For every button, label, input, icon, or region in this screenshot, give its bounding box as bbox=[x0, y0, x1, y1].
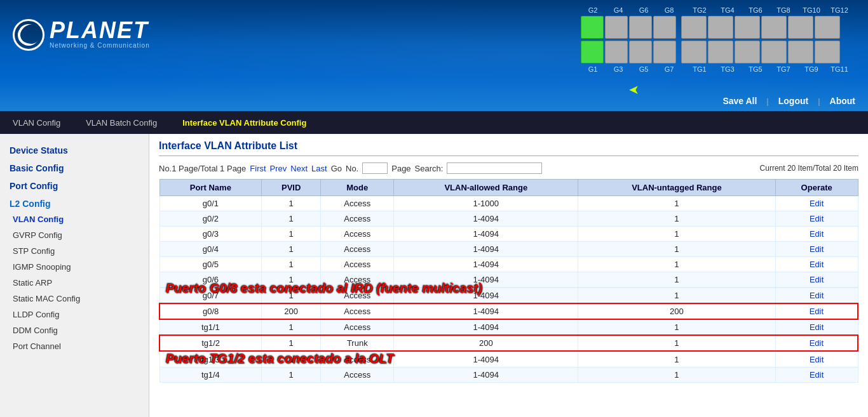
edit-link[interactable]: Edit bbox=[810, 244, 824, 254]
table-row: g0/21Access1-40941Edit bbox=[159, 211, 858, 227]
port-g4[interactable] bbox=[605, 16, 628, 39]
edit-link[interactable]: Edit bbox=[810, 322, 824, 332]
edit-link[interactable]: Edit bbox=[810, 229, 824, 239]
cell-port: g0/2 bbox=[159, 211, 262, 227]
edit-link[interactable]: Edit bbox=[810, 291, 824, 300]
cell-pvid: 1 bbox=[262, 367, 321, 383]
port-g2[interactable] bbox=[581, 16, 604, 39]
sidebar-item-igmp-snooping[interactable]: IGMP Snooping bbox=[0, 259, 149, 275]
sidebar-item-port-channel[interactable]: Port Channel bbox=[0, 338, 149, 354]
sidebar-item-basic-config[interactable]: Basic Config bbox=[0, 158, 149, 176]
port-g5[interactable] bbox=[629, 41, 652, 63]
search-input[interactable] bbox=[447, 162, 542, 174]
cell-port: tg1/2 bbox=[159, 335, 262, 351]
cell-operate: Edit bbox=[775, 211, 858, 227]
go-label: Go bbox=[331, 164, 342, 173]
last-page-link[interactable]: Last bbox=[311, 164, 327, 173]
sidebar-item-ddm-config[interactable]: DDM Config bbox=[0, 322, 149, 338]
nav-vlan-config[interactable]: VLAN Config bbox=[13, 113, 60, 133]
nav-bar: VLAN Config VLAN Batch Config Interface … bbox=[0, 111, 868, 134]
cell-vlan-allowed: 1-1000 bbox=[394, 196, 578, 211]
next-page-link[interactable]: Next bbox=[290, 164, 308, 173]
sidebar-item-vlan-config[interactable]: VLAN Config bbox=[0, 211, 149, 227]
cell-vlan-untagged: 1 bbox=[578, 319, 776, 335]
header: PLANET Networking & Communication G2 G4 … bbox=[0, 0, 868, 111]
cell-operate: Edit bbox=[775, 352, 858, 367]
edit-link[interactable]: Edit bbox=[810, 338, 824, 348]
page-number-input[interactable] bbox=[362, 162, 388, 174]
cell-operate: Edit bbox=[775, 319, 858, 335]
table-wrapper: Port Name PVID Mode VLAN-allowed Range V… bbox=[159, 179, 858, 383]
nav-vlan-batch-config[interactable]: VLAN Batch Config bbox=[86, 113, 157, 133]
cell-mode: Access bbox=[321, 367, 394, 383]
edit-link[interactable]: Edit bbox=[810, 355, 824, 364]
port-tg4[interactable] bbox=[708, 16, 733, 39]
first-page-link[interactable]: First bbox=[250, 164, 266, 173]
cell-mode: Access bbox=[321, 319, 394, 335]
port-g7[interactable] bbox=[653, 41, 676, 63]
port-tg12[interactable] bbox=[815, 16, 840, 39]
port-g1[interactable] bbox=[581, 41, 604, 63]
sidebar-item-port-config[interactable]: Port Config bbox=[0, 176, 149, 194]
port-labels-top: G2 G4 G6 G8 TG2 TG4 TG6 TG8 TG10 TG12 bbox=[581, 6, 855, 14]
port-g8[interactable] bbox=[653, 16, 676, 39]
table-row: tg1/41Access1-40941Edit bbox=[159, 367, 858, 383]
about-link[interactable]: About bbox=[830, 96, 855, 106]
port-tg11[interactable] bbox=[815, 41, 840, 63]
cell-port: g0/3 bbox=[159, 227, 262, 242]
port-tg10[interactable] bbox=[788, 16, 813, 39]
sidebar-item-lldp-config[interactable]: LLDP Config bbox=[0, 307, 149, 322]
sidebar-item-device-status[interactable]: Device Status bbox=[0, 140, 149, 158]
table-row: g0/8200Access1-4094200Edit bbox=[159, 303, 858, 319]
edit-link[interactable]: Edit bbox=[810, 199, 824, 208]
search-label: Search: bbox=[415, 164, 444, 173]
col-pvid: PVID bbox=[262, 180, 321, 196]
port-tg6[interactable] bbox=[735, 16, 760, 39]
edit-link[interactable]: Edit bbox=[810, 214, 824, 223]
edit-link[interactable]: Edit bbox=[810, 370, 824, 380]
cell-vlan-untagged: 1 bbox=[578, 196, 776, 211]
sidebar-item-gvrp-config[interactable]: GVRP Config bbox=[0, 227, 149, 243]
cell-mode: Access bbox=[321, 196, 394, 211]
cell-port: g0/5 bbox=[159, 257, 262, 272]
cell-mode: Trunk bbox=[321, 335, 394, 351]
sidebar-item-l2-config[interactable]: L2 Config bbox=[0, 194, 149, 211]
port-tg7[interactable] bbox=[761, 41, 787, 63]
port-g3[interactable] bbox=[605, 41, 628, 63]
ports-bottom-row bbox=[581, 41, 855, 63]
cell-port: g0/8 bbox=[159, 303, 262, 319]
nav-interface-vlan-attr[interactable]: Interface VLAN Attribute Config bbox=[182, 113, 306, 133]
logout-link[interactable]: Logout bbox=[778, 96, 808, 106]
cell-vlan-allowed: 1-4094 bbox=[394, 227, 578, 242]
port-g6[interactable] bbox=[629, 16, 652, 39]
port-tg1[interactable] bbox=[681, 41, 707, 63]
current-info: Current 20 Item/Total 20 Item bbox=[760, 164, 858, 173]
sidebar-item-stp-config[interactable]: STP Config bbox=[0, 243, 149, 259]
table-row: g0/61Access1-40941Edit bbox=[159, 272, 858, 288]
cell-mode: Access bbox=[321, 288, 394, 304]
port-tg2[interactable] bbox=[681, 16, 707, 39]
cell-port: g0/6 bbox=[159, 272, 262, 288]
prev-page-link[interactable]: Prev bbox=[270, 164, 287, 173]
edit-link[interactable]: Edit bbox=[810, 260, 824, 269]
port-tg3[interactable] bbox=[708, 41, 733, 63]
cell-port: g0/4 bbox=[159, 242, 262, 257]
cell-pvid: 1 bbox=[262, 272, 321, 288]
cell-vlan-untagged: 1 bbox=[578, 335, 776, 351]
cell-pvid: 1 bbox=[262, 319, 321, 335]
cell-operate: Edit bbox=[775, 227, 858, 242]
logo-area: PLANET Networking & Communication bbox=[13, 19, 150, 54]
port-tg9[interactable] bbox=[788, 41, 813, 63]
edit-link[interactable]: Edit bbox=[810, 307, 824, 316]
cell-vlan-allowed: 1-4094 bbox=[394, 242, 578, 257]
save-all-link[interactable]: Save All bbox=[722, 96, 757, 106]
port-tg5[interactable] bbox=[735, 41, 760, 63]
col-mode: Mode bbox=[321, 180, 394, 196]
port-tg8[interactable] bbox=[761, 16, 787, 39]
cell-pvid: 1 bbox=[262, 257, 321, 272]
cell-vlan-allowed: 1-4094 bbox=[394, 367, 578, 383]
edit-link[interactable]: Edit bbox=[810, 275, 824, 284]
cell-mode: Access bbox=[321, 227, 394, 242]
sidebar-item-static-arp[interactable]: Static ARP bbox=[0, 275, 149, 291]
sidebar-item-static-mac[interactable]: Static MAC Config bbox=[0, 291, 149, 307]
